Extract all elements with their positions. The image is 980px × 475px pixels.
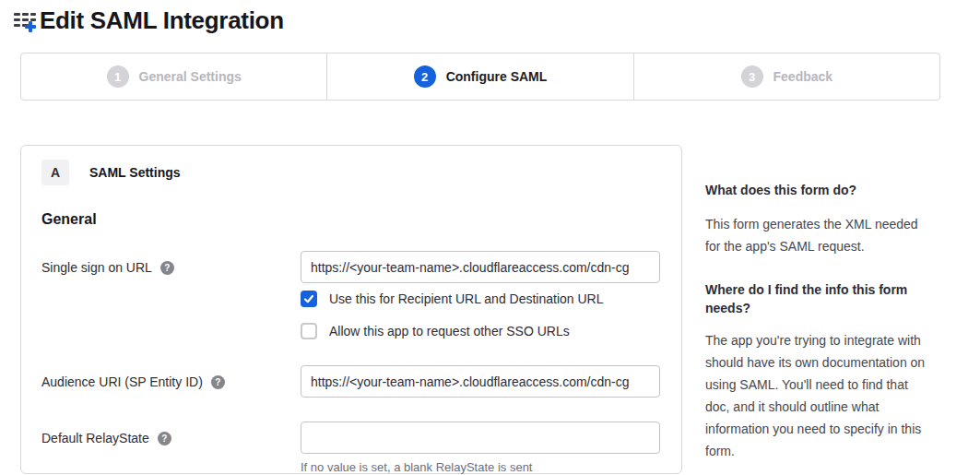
step-label: General Settings — [139, 69, 242, 84]
step-feedback[interactable]: 3 Feedback — [634, 53, 939, 100]
help-heading-where: Where do I find the info this form needs… — [705, 280, 936, 317]
section-title: SAML Settings — [89, 165, 181, 180]
step-number-badge: 3 — [741, 65, 763, 88]
panel-header: A SAML Settings — [41, 160, 661, 185]
wizard-stepper: 1 General Settings 2 Configure SAML 3 Fe… — [20, 53, 940, 101]
help-sidebar: What does this form do? This form genera… — [705, 181, 936, 475]
other-sso-checkbox-label[interactable]: Allow this app to request other SSO URLs — [329, 324, 570, 338]
field-label-col: Default RelayState ? — [41, 422, 301, 474]
group-title-general: General — [41, 211, 661, 228]
field-label-col: Single sign on URL ? — [41, 251, 301, 339]
step-label: Configure SAML — [446, 69, 548, 84]
audience-uri-label: Audience URI (SP Entity ID) — [41, 374, 203, 389]
help-icon[interactable]: ? — [211, 375, 225, 389]
page-title: Edit SAML Integration — [40, 6, 284, 35]
default-relaystate-label: Default RelayState — [41, 431, 149, 445]
other-sso-checkbox-row: Allow this app to request other SSO URLs — [301, 323, 661, 339]
help-body-what: This form generates the XML needed for t… — [705, 213, 936, 257]
field-label-col: Audience URI (SP Entity ID) ? — [41, 365, 301, 398]
saml-settings-panel: A SAML Settings General Single sign on U… — [20, 145, 682, 474]
page-header: Edit SAML Integration — [0, 0, 980, 35]
step-number-badge: 1 — [107, 65, 129, 88]
audience-uri-input[interactable] — [301, 365, 660, 398]
help-heading-what: What does this form do? — [705, 181, 936, 199]
field-row-audience-uri: Audience URI (SP Entity ID) ? — [41, 365, 661, 398]
relaystate-helper-text: If no value is set, a blank RelayState i… — [301, 460, 661, 474]
field-control-col: Use this for Recipient URL and Destinati… — [301, 251, 661, 339]
step-label: Feedback — [773, 69, 833, 84]
field-row-default-relaystate: Default RelayState ? If no value is set,… — [41, 422, 661, 474]
field-control-col — [301, 365, 661, 398]
single-sign-on-url-input[interactable] — [301, 251, 660, 283]
recipient-url-checkbox-row: Use this for Recipient URL and Destinati… — [301, 291, 661, 307]
app-add-icon — [13, 9, 37, 33]
help-body-where: The app you're trying to integrate with … — [705, 329, 936, 462]
step-configure-saml[interactable]: 2 Configure SAML — [327, 53, 633, 100]
recipient-url-checkbox-label[interactable]: Use this for Recipient URL and Destinati… — [329, 291, 604, 306]
other-sso-checkbox[interactable] — [301, 323, 317, 339]
default-relaystate-input[interactable] — [301, 422, 660, 454]
field-control-col: If no value is set, a blank RelayState i… — [301, 422, 661, 474]
help-icon[interactable]: ? — [160, 261, 174, 275]
field-row-single-sign-on-url: Single sign on URL ? Use this for Recipi… — [41, 251, 661, 339]
step-number-badge: 2 — [414, 65, 436, 88]
section-letter-badge: A — [41, 160, 69, 185]
recipient-url-checkbox[interactable] — [301, 291, 317, 307]
step-general-settings[interactable]: 1 General Settings — [21, 53, 327, 100]
single-sign-on-url-label: Single sign on URL — [41, 260, 152, 275]
help-icon[interactable]: ? — [158, 432, 171, 445]
